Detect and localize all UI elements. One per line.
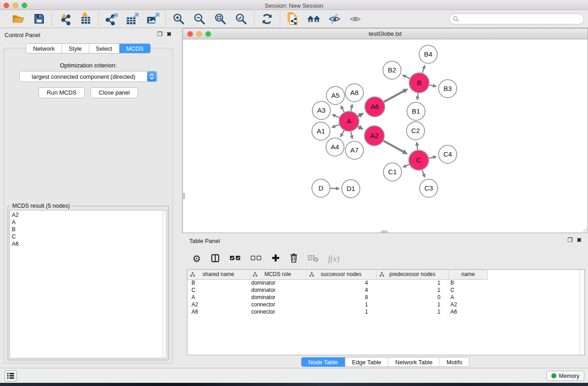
graph-edge-A-A6[interactable]	[358, 113, 364, 118]
table-cell[interactable]: 1	[376, 301, 449, 308]
table-cell[interactable]: A2	[187, 301, 249, 308]
table-cell[interactable]: 1	[306, 308, 376, 315]
graph-node-C3[interactable]: C3	[420, 179, 438, 197]
column-header-successor-nodes[interactable]: successor nodes	[306, 270, 376, 279]
graph-node-A8[interactable]: A8	[345, 84, 363, 102]
table-cell[interactable]: 4	[306, 286, 376, 294]
graph-edge-C-C2[interactable]	[415, 142, 419, 150]
memory-button[interactable]: Memory	[546, 371, 584, 381]
network-close-button[interactable]	[187, 31, 193, 37]
network-zoom-button[interactable]	[206, 31, 211, 37]
table-float-panel-icon[interactable]: ❐	[567, 237, 573, 243]
table-cell[interactable]: A	[449, 294, 488, 301]
network-canvas[interactable]: AA1A2A3A4A5A6A7A8BB1B2B3B4CC1C2C3C4DD1	[183, 39, 588, 233]
unselect-all-button[interactable]	[250, 255, 262, 263]
vertical-scroll-stub[interactable]	[183, 193, 185, 199]
settings-gear-button[interactable]: ⚙	[192, 254, 201, 264]
add-plus-button[interactable]	[271, 253, 280, 264]
table-cell[interactable]: 1	[376, 279, 449, 286]
graph-node-D1[interactable]: D1	[342, 180, 360, 198]
table-cell[interactable]: dominator	[249, 294, 306, 301]
tab-select[interactable]: Select	[89, 44, 120, 53]
table-close-panel-icon[interactable]: ✖	[577, 237, 582, 243]
graph-edge-A-A8[interactable]	[350, 104, 354, 111]
graph-edge-A-A3[interactable]	[331, 114, 339, 118]
export-network-button[interactable]	[104, 12, 119, 26]
import-table-button[interactable]	[78, 12, 93, 26]
mcds-result-item[interactable]: A2	[10, 210, 167, 219]
table-cell[interactable]: 1	[376, 308, 449, 315]
graph-node-C[interactable]: C	[409, 150, 429, 170]
graph-node-A5[interactable]: A5	[326, 86, 344, 105]
search-input[interactable]	[449, 14, 584, 24]
resize-grip-icon[interactable]	[581, 226, 587, 232]
graph-edge-B-B1[interactable]	[416, 93, 419, 100]
table-tab-edge-table[interactable]: Edge Table	[345, 357, 388, 367]
close-panel-icon[interactable]: ✖	[167, 31, 172, 38]
table-cell[interactable]: A	[187, 294, 249, 301]
table-cell[interactable]: C	[449, 286, 488, 294]
table-tab-network-table[interactable]: Network Table	[388, 357, 440, 367]
new-network-from-selection-button[interactable]	[285, 12, 301, 26]
table-tab-node-table[interactable]: Node Table	[301, 357, 345, 367]
graph-node-C4[interactable]: C4	[439, 145, 457, 163]
graph-node-B[interactable]: B	[409, 73, 429, 93]
mcds-result-item[interactable]: C	[10, 233, 167, 240]
select-all-checked-button[interactable]	[229, 255, 241, 263]
column-layout-button[interactable]	[210, 253, 220, 265]
optimization-criterion-dropdown[interactable]: largest connected component (directed)	[19, 71, 158, 82]
graph-edge-C-C3[interactable]	[422, 170, 425, 178]
refresh-button[interactable]	[259, 12, 275, 26]
graph-edge-A2-C[interactable]	[383, 141, 408, 154]
table-scrollbar[interactable]	[579, 270, 584, 355]
show-eye-button[interactable]	[348, 12, 363, 26]
network-minimize-button[interactable]	[196, 31, 202, 37]
first-neighbors-button[interactable]	[306, 12, 321, 26]
graph-edge-B-B3[interactable]	[430, 84, 437, 87]
graph-edge-A-A5[interactable]	[340, 105, 344, 112]
graph-edge-C-C1[interactable]	[402, 164, 409, 168]
horizontal-scroll-stub[interactable]	[381, 230, 387, 233]
graph-node-B1[interactable]: B1	[407, 102, 425, 120]
graph-node-A7[interactable]: A7	[345, 141, 363, 159]
import-network-button[interactable]	[57, 12, 72, 26]
graph-node-B4[interactable]: B4	[419, 45, 437, 63]
graph-edge-A-A1[interactable]	[331, 124, 339, 128]
graph-node-B3[interactable]: B3	[439, 80, 457, 98]
zoom-out-button[interactable]	[192, 12, 207, 26]
export-table-button[interactable]	[124, 12, 140, 26]
graph-node-A6[interactable]: A6	[365, 97, 385, 117]
column-header-MCDS-role[interactable]: MCDS role	[249, 270, 306, 279]
table-cell[interactable]: B	[449, 279, 488, 286]
table-cell[interactable]: connector	[249, 308, 306, 315]
graph-edge-B-B4[interactable]	[422, 65, 425, 73]
trash-button[interactable]	[290, 253, 298, 265]
tab-style[interactable]: Style	[62, 44, 89, 53]
table-cell[interactable]: connector	[249, 301, 306, 308]
open-folder-button[interactable]	[10, 12, 26, 26]
graph-edge-A-A7[interactable]	[350, 132, 354, 140]
table-cell[interactable]: 8	[306, 294, 376, 301]
run-mcds-button[interactable]: Run MCDS	[38, 87, 85, 98]
table-cell[interactable]: 1	[376, 286, 449, 294]
column-header-name[interactable]: name	[449, 270, 488, 279]
table-cell[interactable]: A6	[449, 308, 488, 315]
tab-network[interactable]: Network	[26, 44, 62, 53]
zoom-fit-button[interactable]	[213, 12, 228, 26]
graph-node-A2[interactable]: A2	[364, 126, 384, 146]
graph-node-A3[interactable]: A3	[312, 101, 330, 119]
table-cell[interactable]: dominator	[249, 286, 306, 294]
graph-edge-A6-B[interactable]	[384, 89, 408, 102]
graph-edge-C-C4[interactable]	[429, 155, 437, 159]
graph-edge-A-A2[interactable]	[358, 125, 363, 130]
graph-node-B2[interactable]: B2	[383, 61, 401, 79]
close-panel-button[interactable]: Close panel	[91, 87, 138, 98]
column-header-predecessor-nodes[interactable]: predecessor nodes	[376, 270, 449, 279]
float-panel-icon[interactable]: ❐	[157, 31, 163, 38]
table-cell[interactable]: 0	[376, 294, 449, 301]
mcds-result-item[interactable]: A6	[10, 240, 167, 248]
table-cell[interactable]: dominator	[249, 279, 306, 286]
mcds-result-item[interactable]: B	[10, 226, 167, 233]
table-cell[interactable]: A2	[449, 301, 488, 308]
table-cell[interactable]: 4	[306, 279, 376, 286]
